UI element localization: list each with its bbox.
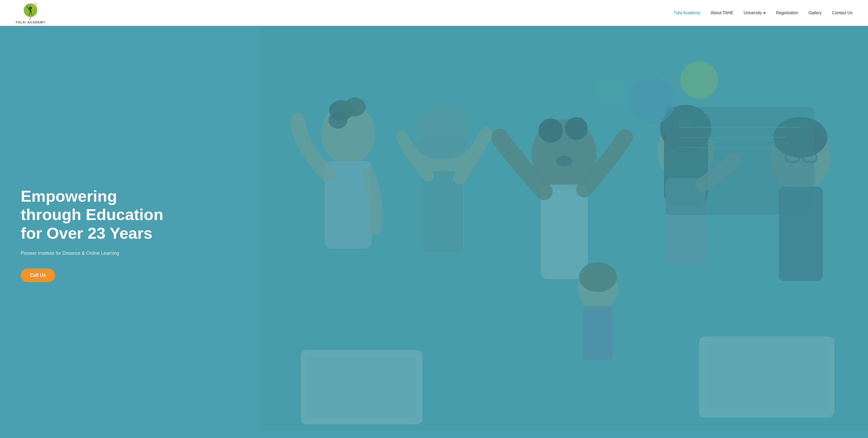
nav-link-tulsi-academy[interactable]: Tulsi Academy <box>674 11 700 15</box>
hero-content: Empowering through Education for Over 23… <box>0 26 194 438</box>
nav-menu: Tulsi Academy About TAHE University Regi… <box>674 11 852 15</box>
nav-item-contact-us[interactable]: Contact Us <box>832 11 852 15</box>
nav-item-university[interactable]: University <box>744 11 766 15</box>
nav-item-registration[interactable]: Registration <box>776 11 798 15</box>
call-us-button[interactable]: Call Us <box>21 269 55 282</box>
nav-link-gallery[interactable]: Gallery <box>808 11 822 15</box>
nav-link-registration[interactable]: Registration <box>776 11 798 15</box>
chevron-down-icon <box>763 12 766 14</box>
nav-link-university[interactable]: University <box>744 11 766 15</box>
logo[interactable]: TULSI ACADEMY <box>16 2 45 24</box>
nav-item-tulsi-academy[interactable]: Tulsi Academy <box>674 11 700 15</box>
svg-point-1 <box>29 6 32 9</box>
nav-link-about-tahe[interactable]: About TAHE <box>711 11 733 15</box>
nav-item-gallery[interactable]: Gallery <box>808 11 822 15</box>
hero-title: Empowering through Education for Over 23… <box>21 187 174 242</box>
nav-item-about-tahe[interactable]: About TAHE <box>711 11 733 15</box>
hero-section: Empowering through Education for Over 23… <box>0 26 868 438</box>
logo-text: TULSI ACADEMY <box>16 21 45 24</box>
hero-subtitle: Pioneer Institute for Distance & Online … <box>21 251 174 256</box>
nav-link-contact-us[interactable]: Contact Us <box>832 11 852 15</box>
logo-icon <box>22 2 40 20</box>
navbar: TULSI ACADEMY Tulsi Academy About TAHE U… <box>0 0 868 26</box>
